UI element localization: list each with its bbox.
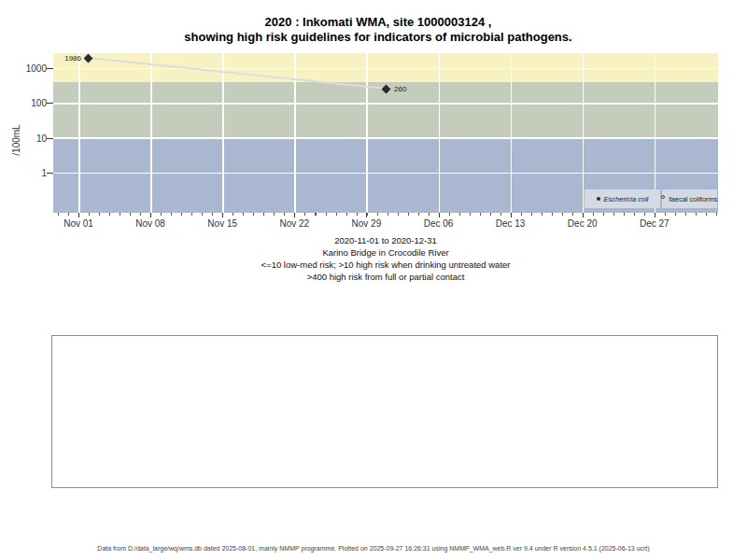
empty-panel	[51, 335, 718, 488]
report-page: 2020 : Inkomati WMA, site 1000003124 , s…	[0, 0, 747, 560]
x-tick-label-nov15: Nov 15	[194, 218, 250, 229]
x-tick-label-dec27: Dec 27	[627, 218, 683, 229]
legend-item-faecal-coliforms: faecal coliforms	[662, 189, 717, 208]
y-tick-mark	[47, 103, 53, 104]
y-tick-label-10: 10	[17, 133, 47, 144]
gridline-v-nov29	[366, 53, 368, 213]
y-tick-label-1000: 1000	[17, 63, 47, 74]
ecoli-point-label-2: 260	[394, 86, 422, 93]
x-tick-label-nov01: Nov 01	[50, 218, 106, 229]
subtitle-risk-note-2: >400 high risk from full or partial cont…	[53, 271, 718, 283]
gridline-v-nov08	[150, 53, 152, 213]
x-tick-label-dec06: Dec 06	[411, 218, 467, 229]
y-tick-mark	[47, 68, 53, 69]
y-tick-mark	[47, 138, 53, 139]
x-tick-mark	[583, 213, 584, 217]
y-tick-label-1: 1	[17, 168, 47, 178]
subtitle-date-range: 2020-11-01 to 2020-12-31	[53, 234, 718, 246]
gridline-h-10	[53, 137, 718, 139]
legend-label-ecoli: Eschericia coli	[604, 195, 649, 203]
x-tick-mark	[222, 213, 223, 217]
gridline-v-nov22	[294, 53, 296, 213]
x-tick-mark	[150, 213, 151, 217]
footer-note: Data from D:/data_large/wq/wms.db dated …	[0, 545, 747, 552]
legend-item-ecoli: Eschericia coli	[585, 189, 660, 208]
gridline-v-dec06	[439, 53, 441, 213]
x-tick-mark	[511, 213, 512, 217]
subtitle-site-name: Karino Bridge in Crocodile River	[53, 246, 718, 259]
y-tick-label-100: 100	[17, 98, 47, 108]
gridline-h-1000	[53, 68, 718, 70]
x-tick-label-nov08: Nov 08	[122, 218, 178, 229]
x-tick-mark	[439, 213, 440, 217]
x-tick-label-dec20: Dec 20	[555, 218, 611, 229]
x-tick-label-nov29: Nov 29	[338, 218, 394, 229]
chart-subtitle: 2020-11-01 to 2020-12-31 Karino Bridge i…	[53, 234, 718, 283]
gridline-h-1	[53, 173, 718, 175]
x-tick-label-nov22: Nov 22	[266, 218, 322, 229]
gridline-v-nov15	[222, 53, 224, 213]
gridline-v-nov01	[78, 53, 80, 213]
gridline-v-dec13	[511, 53, 513, 213]
gridline-v-dec20	[583, 53, 585, 213]
filled-dot-icon	[597, 197, 600, 201]
subtitle-risk-note-1: <=10 low-med risk; >10 high risk when dr…	[53, 259, 718, 271]
ecoli-point-label-1: 1986	[53, 55, 81, 63]
plot-area: 1986 260 Eschericia coli faecal coliform…	[53, 53, 718, 213]
x-tick-mark	[655, 213, 655, 217]
x-tick-label-dec13: Dec 13	[483, 218, 539, 229]
x-tick-mark	[78, 213, 79, 217]
x-axis-minor-ticks	[58, 213, 717, 216]
gridline-h-100	[53, 103, 718, 105]
open-circle-icon	[661, 195, 665, 199]
legend-label-faecal-coliforms: faecal coliforms	[669, 195, 717, 203]
legend: Eschericia coli faecal coliforms	[585, 189, 717, 208]
x-tick-mark	[294, 213, 295, 217]
x-tick-mark	[366, 213, 367, 217]
y-tick-mark	[47, 173, 53, 174]
